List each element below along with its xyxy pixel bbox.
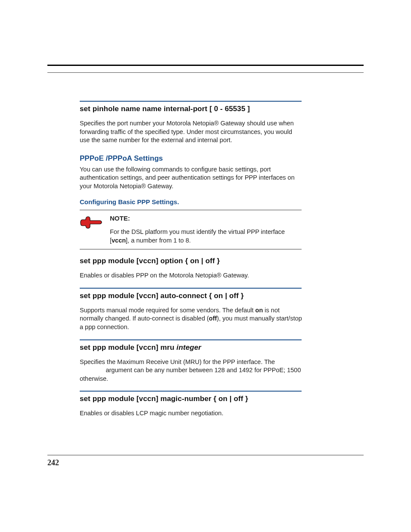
section-rule xyxy=(80,288,302,289)
pointing-hand-icon xyxy=(80,215,110,230)
header-rule-thin xyxy=(47,72,364,73)
body-auto: Supports manual mode required for some v… xyxy=(80,306,304,332)
page-number: 242 xyxy=(47,458,59,467)
content-area: set pinhole name name internal-port [ 0 … xyxy=(80,101,304,418)
body-pinhole: Specifies the port number your Motorola … xyxy=(80,119,304,145)
t-ital: integer xyxy=(177,343,201,352)
section-rule xyxy=(80,339,302,340)
body-magic: Enables or disables LCP magic number neg… xyxy=(80,409,304,418)
note-body-post: ], a number from 1 to 8. xyxy=(126,237,191,244)
cmd-heading-option: set ppp module [vccn] option { on | off … xyxy=(80,256,304,266)
footer-rule xyxy=(47,455,364,455)
header-rule-thick xyxy=(47,65,364,66)
body-pppoe-intro: You can use the following commands to co… xyxy=(80,165,304,191)
section-rule xyxy=(80,391,302,392)
note-rule-bottom xyxy=(80,249,302,249)
section-rule xyxy=(80,101,302,102)
t: argument can be any number between 128 a… xyxy=(80,367,301,382)
t: set ppp module [vccn] mru xyxy=(80,343,177,352)
page: set pinhole name name internal-port [ 0 … xyxy=(0,0,411,532)
note-text: NOTE: For the DSL platform you must iden… xyxy=(110,215,304,245)
cmd-heading-pinhole: set pinhole name name internal-port [ 0 … xyxy=(80,104,304,114)
cmd-heading-auto: set ppp module [vccn] auto-connect { on … xyxy=(80,291,304,301)
body-option: Enables or disables PPP on the Motorola … xyxy=(80,271,304,280)
note-body: For the DSL platform you must identify t… xyxy=(110,228,304,245)
note-body-bold: vccn xyxy=(112,237,126,244)
subhead-configuring: Configuring Basic PPP Settings. xyxy=(80,198,304,205)
t: Specifies the Maximum Receive Unit (MRU)… xyxy=(80,358,275,365)
cmd-heading-mru: set ppp module [vccn] mru integer xyxy=(80,343,304,353)
t-on: on xyxy=(255,307,263,314)
t-off: off xyxy=(209,315,217,322)
gap xyxy=(80,367,106,373)
section-title-pppoe: PPPoE /PPPoA Settings xyxy=(80,154,304,163)
note-label: NOTE: xyxy=(110,215,304,222)
cmd-heading-magic: set ppp module [vccn] magic-number { on … xyxy=(80,394,304,404)
note-block: NOTE: For the DSL platform you must iden… xyxy=(80,210,304,249)
t: Supports manual mode required for some v… xyxy=(80,307,255,314)
body-mru: Specifies the Maximum Receive Unit (MRU)… xyxy=(80,358,304,383)
